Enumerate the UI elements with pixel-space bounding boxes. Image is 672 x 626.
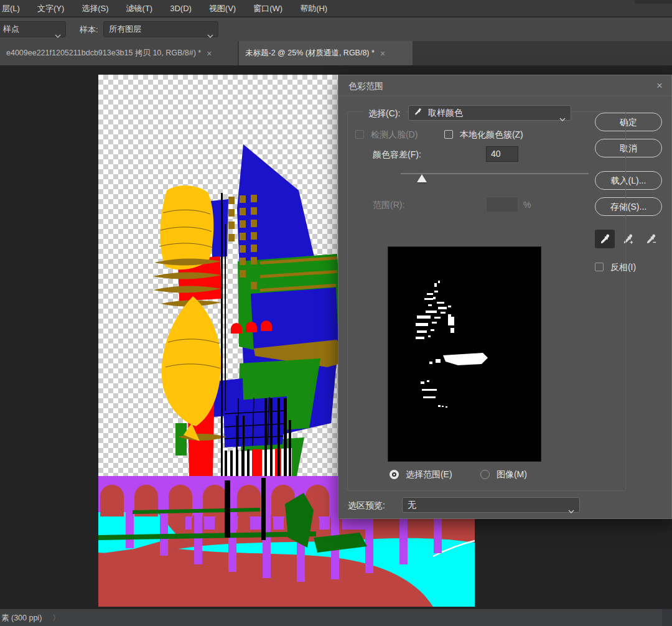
sample-layers-value: 所有图层 <box>109 24 141 34</box>
options-bar: 样点 样本: 所有图层 <box>0 17 672 41</box>
localized-clusters-label: 本地化颜色簇(Z) <box>460 129 523 139</box>
menu-3d[interactable]: 3D(D) <box>161 0 200 17</box>
selection-preview-image <box>388 247 541 461</box>
tab-document-1-label: e4009ee221f1205211bdcb913e3b15 拷贝 10, RG… <box>6 48 201 58</box>
eyedropper-minus-icon <box>645 233 656 245</box>
close-icon[interactable]: × <box>207 49 212 58</box>
color-range-dialog: 色彩范围 × 选择(C): 取样颜色 检测人脸(D) 本地化颜色簇(Z) 颜色容… <box>338 75 672 519</box>
radio-selection[interactable] <box>390 470 399 479</box>
menu-select[interactable]: 选择(S) <box>73 0 117 17</box>
selection-preview-label: 选区预览: <box>348 500 385 512</box>
dialog-title[interactable]: 色彩范围 <box>338 75 671 96</box>
menu-bar: 层(L) 文字(Y) 选择(S) 滤镜(T) 3D(D) 视图(V) 窗口(W)… <box>0 0 672 17</box>
preview-mode-selection[interactable]: 选择范围(E) <box>390 469 452 480</box>
fuzziness-label: 颜色容差(F): <box>373 149 421 161</box>
selection-preview-dropdown[interactable]: 无 <box>402 497 580 513</box>
sample-point-dropdown[interactable]: 样点 <box>0 21 66 37</box>
detect-faces-checkbox[interactable] <box>355 130 364 139</box>
detect-faces-row: 检测人脸(D) <box>355 129 418 141</box>
range-unit: % <box>523 200 531 210</box>
status-chevron-icon[interactable]: 〉 <box>52 613 60 624</box>
fuzziness-slider-track[interactable] <box>401 173 589 174</box>
tab-document-2[interactable]: 未标题-2 @ 25% (材质通道, RGB/8) * × <box>239 41 413 65</box>
tab-document-1[interactable]: e4009ee221f1205211bdcb913e3b15 拷贝 10, RG… <box>0 41 238 65</box>
menu-layer[interactable]: 层(L) <box>0 0 29 17</box>
eyedropper-subtract-tool[interactable] <box>641 230 661 248</box>
fuzziness-slider-thumb[interactable] <box>417 174 427 182</box>
document-tab-bar: e4009ee221f1205211bdcb913e3b15 拷贝 10, RG… <box>0 41 672 65</box>
sample-layers-dropdown[interactable]: 所有图层 <box>103 21 218 37</box>
select-dropdown[interactable]: 取样颜色 <box>408 105 571 121</box>
menu-help[interactable]: 帮助(H) <box>291 0 336 17</box>
menu-window[interactable]: 窗口(W) <box>245 0 291 17</box>
radio-image[interactable] <box>480 470 490 479</box>
preview-mode-image[interactable]: 图像(M) <box>480 469 527 480</box>
select-row: 选择(C): <box>363 105 405 121</box>
range-label: 范围(R): <box>373 200 404 211</box>
fuzziness-value: 40 <box>491 149 501 159</box>
chevron-down-icon <box>559 111 566 126</box>
fuzziness-input[interactable]: 40 <box>486 146 518 162</box>
menu-filter[interactable]: 滤镜(T) <box>118 0 162 17</box>
radio-selection-label: 选择范围(E) <box>406 469 452 479</box>
radio-image-label: 图像(M) <box>497 469 527 479</box>
selection-mask <box>388 247 541 461</box>
photoshop-window: 层(L) 文字(Y) 选择(S) 滤镜(T) 3D(D) 视图(V) 窗口(W)… <box>0 0 672 626</box>
detect-faces-label: 检测人脸(D) <box>371 129 418 139</box>
tab-document-2-label: 未标题-2 @ 25% (材质通道, RGB/8) * <box>245 48 375 58</box>
sample-label: 样本: <box>80 24 98 35</box>
status-bar: 素 (300 ppi) 〉 <box>0 609 672 626</box>
close-icon[interactable]: × <box>380 49 385 58</box>
invert-row: 反相(I) <box>595 262 636 273</box>
menu-type[interactable]: 文字(Y) <box>29 0 73 17</box>
localized-clusters-checkbox[interactable] <box>444 130 453 139</box>
invert-checkbox[interactable] <box>595 263 604 271</box>
chevron-down-icon <box>568 503 574 518</box>
range-input <box>486 197 518 212</box>
menu-view[interactable]: 视图(V) <box>200 0 245 17</box>
select-label: 选择(C): <box>368 108 400 118</box>
selection-preview-value: 无 <box>408 500 416 510</box>
statusbar-corner <box>662 609 672 626</box>
panel-top-edge <box>635 0 672 4</box>
invert-label: 反相(I) <box>610 262 636 272</box>
building-yellow-ruffle <box>159 185 213 269</box>
eyedropper-icon <box>414 108 424 118</box>
status-text: 素 (300 ppi) <box>1 613 42 624</box>
localized-clusters-row: 本地化颜色簇(Z) <box>444 129 523 141</box>
select-value: 取样颜色 <box>428 108 463 118</box>
close-icon[interactable]: × <box>656 80 663 91</box>
sample-point-value: 样点 <box>3 24 19 34</box>
